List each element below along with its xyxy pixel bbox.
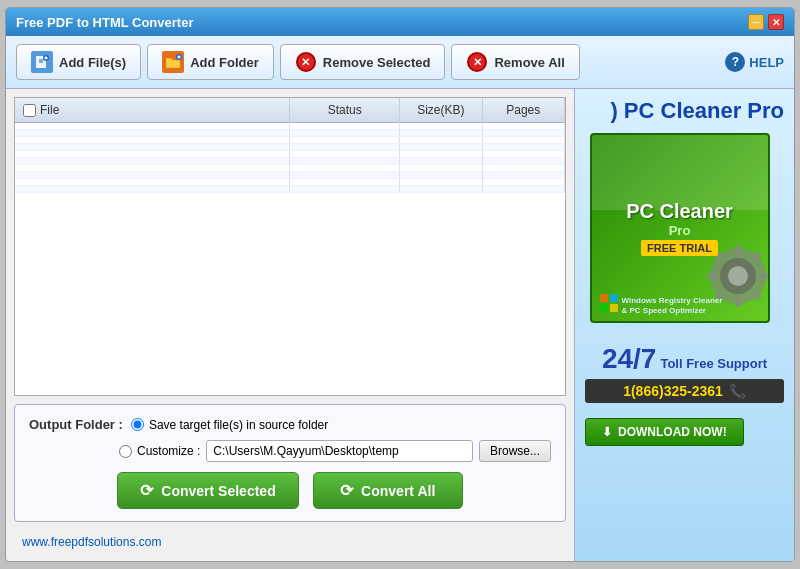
right-panel-ad: ) PC Cleaner Pro PC Cleaner Pro FREE TRI… [574, 89, 794, 561]
col-header-status: Status [290, 98, 400, 123]
close-button[interactable]: ✕ [768, 14, 784, 30]
source-folder-radio[interactable] [131, 418, 144, 431]
source-folder-option[interactable]: Save target file(s) in source folder [131, 418, 328, 432]
remove-selected-icon: ✕ [295, 51, 317, 73]
remove-all-icon: ✕ [466, 51, 488, 73]
add-files-icon [31, 51, 53, 73]
download-now-button[interactable]: ⬇ DOWNLOAD NOW! [585, 418, 744, 446]
select-all-checkbox[interactable] [23, 104, 36, 117]
bottom-panel: Output Folder : Save target file(s) in s… [14, 404, 566, 522]
product-name: PC Cleaner [626, 200, 733, 223]
col-header-size: Size(KB) [400, 98, 482, 123]
convert-selected-icon: ⟳ [140, 481, 153, 500]
windows-logo [600, 294, 618, 315]
customize-path-input[interactable] [206, 440, 473, 462]
customize-option[interactable]: Customize : [119, 444, 200, 458]
footer-link-row: www.freepdfsolutions.com [14, 530, 566, 553]
help-label: HELP [749, 55, 784, 70]
svg-rect-20 [600, 294, 608, 302]
main-window: Free PDF to HTML Converter ─ ✕ Add File(… [5, 7, 795, 562]
svg-rect-12 [735, 245, 741, 255]
remove-all-label: Remove All [494, 55, 564, 70]
table-row [15, 123, 565, 130]
website-link[interactable]: www.freepdfsolutions.com [22, 535, 161, 549]
phone-bar: 1(866)325-2361 📞 [585, 379, 784, 403]
support-247: 24/7 [602, 343, 657, 375]
support-text: Toll Free Support [660, 356, 767, 371]
add-folder-icon [162, 51, 184, 73]
table-row [15, 144, 565, 151]
add-folder-label: Add Folder [190, 55, 259, 70]
table-row [15, 172, 565, 179]
table-row [15, 130, 565, 137]
free-trial-badge: FREE TRIAL [641, 240, 718, 256]
customize-row: Customize : Browse... [29, 440, 551, 462]
output-label: Output Folder : [29, 417, 123, 432]
remove-all-button[interactable]: ✕ Remove All [451, 44, 579, 80]
svg-rect-21 [610, 294, 618, 302]
product-box: PC Cleaner Pro FREE TRIAL [590, 133, 780, 333]
left-panel: File Status Size(KB) Pages [6, 89, 574, 561]
box-tagline: Windows Registry Cleaner& PC Speed Optim… [622, 296, 723, 315]
table-row [15, 179, 565, 186]
help-button[interactable]: ? HELP [725, 52, 784, 72]
toolbar: Add File(s) Add Folder ✕ Remove Selected… [6, 36, 794, 89]
customize-radio[interactable] [119, 445, 132, 458]
customize-label: Customize : [137, 444, 200, 458]
table-row [15, 137, 565, 144]
convert-selected-button[interactable]: ⟳ Convert Selected [117, 472, 298, 509]
output-folder-row: Output Folder : Save target file(s) in s… [29, 417, 551, 432]
product-pro: Pro [669, 223, 691, 238]
svg-point-11 [728, 266, 748, 286]
file-table: File Status Size(KB) Pages [15, 98, 565, 193]
col-header-file: File [15, 98, 290, 123]
convert-row: ⟳ Convert Selected ⟳ Convert All [29, 472, 551, 509]
add-files-button[interactable]: Add File(s) [16, 44, 141, 80]
svg-rect-14 [707, 273, 717, 279]
remove-selected-button[interactable]: ✕ Remove Selected [280, 44, 446, 80]
ad-title: ) PC Cleaner Pro [585, 99, 784, 123]
box-visual: PC Cleaner Pro FREE TRIAL [590, 133, 770, 323]
convert-selected-label: Convert Selected [161, 483, 275, 499]
table-row [15, 165, 565, 172]
title-controls: ─ ✕ [748, 14, 784, 30]
file-table-container: File Status Size(KB) Pages [14, 97, 566, 396]
svg-rect-13 [735, 297, 741, 307]
col-header-pages: Pages [482, 98, 564, 123]
add-folder-button[interactable]: Add Folder [147, 44, 274, 80]
download-label: DOWNLOAD NOW! [618, 425, 727, 439]
table-row [15, 186, 565, 193]
phone-icon: 📞 [729, 383, 746, 399]
download-icon: ⬇ [602, 425, 612, 439]
table-body [15, 123, 565, 193]
minimize-button[interactable]: ─ [748, 14, 764, 30]
svg-rect-15 [759, 273, 769, 279]
table-header-row: File Status Size(KB) Pages [15, 98, 565, 123]
svg-rect-22 [600, 304, 608, 312]
window-title: Free PDF to HTML Converter [16, 15, 193, 30]
title-bar: Free PDF to HTML Converter ─ ✕ [6, 8, 794, 36]
phone-number: 1(866)325-2361 [623, 383, 723, 399]
source-folder-label: Save target file(s) in source folder [149, 418, 328, 432]
remove-selected-label: Remove Selected [323, 55, 431, 70]
support-section: 24/7 Toll Free Support 1(866)325-2361 📞 … [585, 343, 784, 446]
table-row [15, 158, 565, 165]
add-files-label: Add File(s) [59, 55, 126, 70]
help-icon: ? [725, 52, 745, 72]
svg-rect-23 [610, 304, 618, 312]
browse-button[interactable]: Browse... [479, 440, 551, 462]
main-content: File Status Size(KB) Pages [6, 89, 794, 561]
convert-all-label: Convert All [361, 483, 435, 499]
convert-all-button[interactable]: ⟳ Convert All [313, 472, 463, 509]
convert-all-icon: ⟳ [340, 481, 353, 500]
table-row [15, 151, 565, 158]
